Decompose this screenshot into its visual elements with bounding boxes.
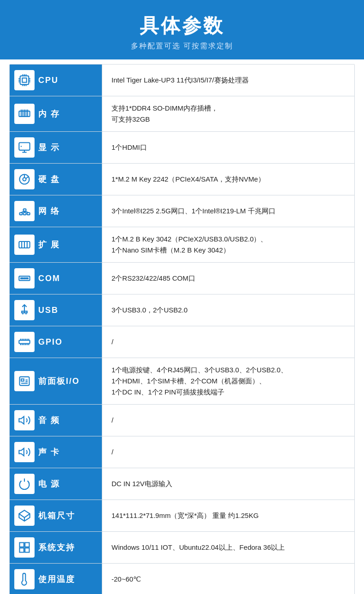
page-wrapper: 具体参数 多种配置可选 可按需求定制 CPUIntel Tiger Lake-U…	[0, 0, 364, 594]
expand-icon	[14, 235, 35, 255]
spec-label-text-audio: 音 频	[38, 415, 60, 426]
spec-value-temp: -20~60℃	[102, 564, 354, 594]
spec-value-com: 2个RS232/422/485 COM口	[102, 263, 354, 294]
audio-icon	[14, 410, 35, 430]
spec-value-display: 1个HDMI口	[102, 132, 354, 163]
svg-rect-0	[20, 76, 29, 85]
spec-label-chassis: 机箱尺寸	[10, 500, 102, 531]
spec-row: 机箱尺寸141*111.2*71.9mm（宽*深*高） 重量 约1.25KG	[10, 500, 354, 532]
spec-value-os: Windows 10/11 IOT、Ubuntu22.04以上、Fedora 3…	[102, 532, 354, 563]
spec-label-frontio: 前面板I/O	[10, 358, 102, 404]
spec-label-hdd: 硬 盘	[10, 164, 102, 195]
spec-label-display: 显 示	[10, 132, 102, 163]
spec-table-wrapper: CPUIntel Tiger Lake-UP3 11代I3/I5/I7/赛扬处理…	[9, 64, 355, 594]
spec-row: 内 存支持1*DDR4 SO-DIMM内存插槽， 可支持32GB	[10, 96, 354, 132]
spec-label-text-chassis: 机箱尺寸	[38, 510, 75, 521]
spec-row: 电 源DC IN 12V电源输入	[10, 468, 354, 500]
svg-rect-66	[21, 379, 24, 381]
page-subtitle: 多种配置可选 可按需求定制	[9, 41, 355, 51]
frontio-icon	[14, 371, 35, 391]
memory-icon	[14, 104, 35, 124]
spec-value-expand: 1个M.2 B Key 3042（PCIeX2/USB3.0/USB2.0）、 …	[102, 227, 354, 262]
spec-label-text-com: COM	[38, 274, 60, 283]
spec-label-text-frontio: 前面板I/O	[38, 376, 80, 387]
spec-label-gpio: GPIO	[10, 326, 102, 358]
spec-label-text-hdd: 硬 盘	[38, 174, 60, 185]
spec-value-soundcard: /	[102, 436, 354, 468]
spec-value-cpu: Intel Tiger Lake-UP3 11代I3/I5/I7/赛扬处理器	[102, 65, 354, 96]
svg-marker-71	[19, 448, 24, 456]
spec-row: COM2个RS232/422/485 COM口	[10, 263, 354, 294]
svg-point-46	[22, 278, 23, 279]
header: 具体参数 多种配置可选 可按需求定制	[0, 0, 364, 59]
spec-value-gpio: /	[102, 326, 354, 358]
spec-label-text-os: 系统支持	[38, 542, 75, 553]
spec-row: 显 示1个HDMI口	[10, 132, 354, 164]
spec-value-power: DC IN 12V电源输入	[102, 468, 354, 500]
spec-label-audio: 音 频	[10, 405, 102, 436]
spec-label-expand: 扩 展	[10, 227, 102, 262]
spec-label-text-gpio: GPIO	[38, 337, 63, 347]
os-icon	[14, 537, 35, 558]
spec-label-os: 系统支持	[10, 532, 102, 563]
com-icon	[14, 268, 35, 288]
spec-row: 扩 展1个M.2 B Key 3042（PCIeX2/USB3.0/USB2.0…	[10, 227, 354, 263]
spec-row: GPIO/	[10, 326, 354, 358]
spec-label-text-expand: 扩 展	[38, 239, 60, 250]
svg-rect-79	[25, 548, 29, 552]
spec-value-network: 3个Intel®I225 2.5G网口、1个Intel®I219-LM 千兆网口	[102, 195, 354, 227]
spec-label-memory: 内 存	[10, 96, 102, 131]
spec-label-power: 电 源	[10, 468, 102, 500]
svg-rect-78	[20, 548, 24, 552]
chassis-icon	[14, 506, 35, 526]
spec-value-chassis: 141*111.2*71.9mm（宽*深*高） 重量 约1.25KG	[102, 500, 354, 531]
spec-label-usb: USB	[10, 294, 102, 326]
spec-row: 声 卡/	[10, 436, 354, 468]
power-icon	[14, 474, 35, 494]
spec-value-audio: /	[102, 405, 354, 436]
svg-line-32	[26, 176, 29, 178]
spec-label-text-display: 显 示	[38, 142, 60, 153]
svg-point-48	[25, 278, 26, 279]
spec-label-text-memory: 内 存	[38, 108, 60, 119]
svg-line-75	[19, 514, 24, 518]
spec-row: 使用温度-20~60℃	[10, 564, 354, 594]
svg-rect-77	[25, 543, 29, 547]
spec-row: 硬 盘1*M.2 M Key 2242（PCIeX4/SATA，支持NVMe）	[10, 164, 354, 195]
spec-row: CPUIntel Tiger Lake-UP3 11代I3/I5/I7/赛扬处理…	[10, 65, 354, 96]
spec-label-text-cpu: CPU	[38, 76, 59, 85]
svg-rect-33	[20, 213, 23, 215]
spec-row: 系统支持Windows 10/11 IOT、Ubuntu22.04以上、Fedo…	[10, 532, 354, 564]
svg-rect-1	[22, 78, 26, 82]
svg-rect-25	[19, 143, 29, 150]
svg-point-47	[24, 278, 25, 279]
spec-table-container: CPUIntel Tiger Lake-UP3 11代I3/I5/I7/赛扬处理…	[0, 59, 364, 594]
spec-label-cpu: CPU	[10, 65, 102, 96]
svg-point-49	[27, 278, 28, 279]
page-title: 具体参数	[9, 13, 355, 39]
spec-row: 网 络3个Intel®I225 2.5G网口、1个Intel®I219-LM 千…	[10, 195, 354, 227]
usb-icon	[14, 300, 35, 320]
spec-label-text-network: 网 络	[38, 206, 60, 217]
spec-label-text-temp: 使用温度	[38, 574, 75, 585]
gpio-icon	[14, 332, 35, 352]
spec-label-network: 网 络	[10, 195, 102, 227]
svg-point-30	[23, 178, 26, 181]
spec-label-text-soundcard: 声 卡	[38, 447, 60, 458]
svg-point-45	[21, 278, 22, 279]
spec-label-soundcard: 声 卡	[10, 436, 102, 468]
hdd-icon	[14, 169, 35, 189]
network-icon	[14, 201, 35, 221]
svg-rect-36	[23, 213, 26, 215]
svg-line-74	[24, 514, 30, 518]
spec-value-memory: 支持1*DDR4 SO-DIMM内存插槽， 可支持32GB	[102, 96, 354, 131]
svg-rect-76	[20, 543, 24, 547]
spec-label-text-power: 电 源	[38, 478, 60, 489]
spec-value-hdd: 1*M.2 M Key 2242（PCIeX4/SATA，支持NVMe）	[102, 164, 354, 195]
temp-icon	[14, 569, 35, 589]
spec-label-com: COM	[10, 263, 102, 294]
cpu-icon	[14, 70, 35, 90]
spec-value-usb: 3个USB3.0，2个USB2.0	[102, 294, 354, 326]
spec-row: 前面板I/O1个电源按键、4个RJ45网口、3个USB3.0、2个USB2.0、…	[10, 358, 354, 405]
spec-value-frontio: 1个电源按键、4个RJ45网口、3个USB3.0、2个USB2.0、 1个HDM…	[102, 358, 354, 404]
